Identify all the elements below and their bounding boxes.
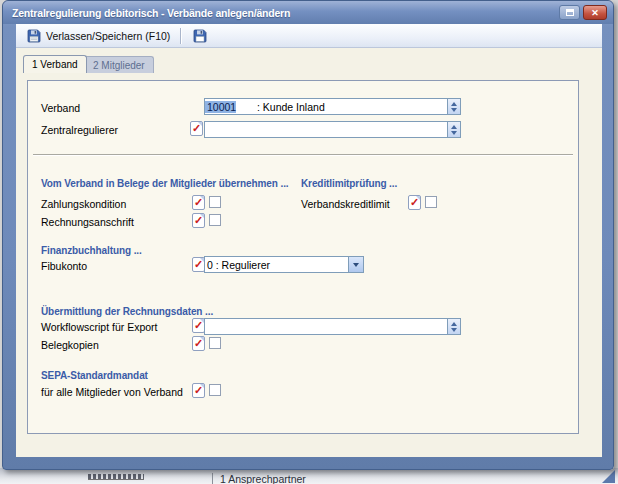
red-check-icon[interactable]: ✓ bbox=[192, 383, 205, 398]
sepa-alle-checkbox[interactable] bbox=[209, 384, 221, 396]
verband-value: 10001 bbox=[205, 101, 236, 113]
spin-down-icon bbox=[451, 131, 457, 135]
sepa-alle-label: für alle Mitglieder von Verband bbox=[41, 386, 183, 398]
spin-down-icon bbox=[451, 328, 457, 332]
spin-buttons[interactable] bbox=[447, 319, 460, 334]
background-window-tab[interactable]: 1 Ansprechpartner bbox=[212, 473, 306, 484]
spin-up-icon bbox=[451, 102, 457, 106]
rechnungsanschrift-label: Rechnungsanschrift bbox=[41, 216, 134, 228]
window-title: Zentralregulierung debitorisch - Verbänd… bbox=[12, 7, 290, 19]
save-icon bbox=[27, 29, 41, 43]
spin-buttons[interactable] bbox=[447, 99, 460, 114]
toolbar: Verlassen/Speichern (F10) bbox=[16, 24, 602, 48]
check-mark: ✓ bbox=[192, 122, 201, 135]
save-exit-button[interactable]: Verlassen/Speichern (F10) bbox=[21, 26, 176, 46]
dropdown-button[interactable] bbox=[348, 257, 363, 272]
check-mark: ✓ bbox=[410, 196, 419, 209]
separator bbox=[33, 154, 573, 156]
zentralregulierer-field[interactable] bbox=[204, 121, 461, 138]
background-window: 1 Ansprechpartner bbox=[0, 468, 618, 484]
background-window-text bbox=[88, 474, 144, 480]
restore-button[interactable] bbox=[559, 5, 580, 20]
check-mark: ✓ bbox=[194, 196, 203, 209]
belegkopien-checkbox[interactable] bbox=[209, 337, 221, 349]
section-sepa: SEPA-Standardmandat bbox=[41, 370, 148, 381]
zahlungskondition-checkbox[interactable] bbox=[209, 196, 221, 208]
tab-mitglieder[interactable]: 2 Mitglieder bbox=[84, 56, 154, 73]
check-mark: ✓ bbox=[194, 337, 203, 350]
verbandskreditlimit-checkbox[interactable] bbox=[425, 196, 437, 208]
spin-down-icon bbox=[451, 108, 457, 112]
red-check-icon[interactable]: ✓ bbox=[192, 213, 205, 228]
check-mark: ✓ bbox=[194, 258, 203, 271]
chevron-down-icon bbox=[353, 263, 359, 267]
spin-up-icon bbox=[451, 125, 457, 129]
resize-grip-icon[interactable] bbox=[602, 470, 615, 483]
close-button[interactable]: ✕ bbox=[583, 5, 607, 20]
verband-description: : Kunde Inland bbox=[257, 101, 325, 113]
check-mark: ✓ bbox=[194, 214, 203, 227]
save-exit-label: Verlassen/Speichern (F10) bbox=[46, 30, 170, 42]
zahlungskondition-label: Zahlungskondition bbox=[41, 198, 126, 210]
section-kreditlimit: Kreditlimitprüfung ... bbox=[301, 178, 397, 189]
workflowscript-label: Workflowscript für Export bbox=[41, 321, 158, 333]
close-icon: ✕ bbox=[591, 8, 599, 18]
spin-buttons[interactable] bbox=[447, 122, 460, 137]
toolbar-separator bbox=[180, 28, 181, 44]
red-check-icon[interactable]: ✓ bbox=[190, 121, 203, 136]
titlebar[interactable]: Zentralregulierung debitorisch - Verbänd… bbox=[3, 1, 613, 24]
fibukonto-dropdown[interactable]: 0 : Regulierer bbox=[204, 256, 364, 273]
check-mark: ✓ bbox=[194, 384, 203, 397]
tab-verband[interactable]: 1 Verband bbox=[23, 55, 87, 73]
workflowscript-field[interactable] bbox=[204, 318, 461, 335]
screen: 1 Ansprechpartner Zentralregulierung deb… bbox=[0, 0, 618, 484]
section-uebermittlung: Übermittlung der Rechnungsdaten ... bbox=[41, 306, 213, 317]
rechnungsanschrift-checkbox[interactable] bbox=[209, 214, 221, 226]
zentralregulierer-label: Zentralregulierer bbox=[41, 124, 118, 136]
restore-icon bbox=[566, 9, 574, 16]
fibukonto-value: 0 : Regulierer bbox=[205, 259, 270, 271]
check-mark: ✓ bbox=[194, 319, 203, 332]
fibukonto-label: Fibukonto bbox=[41, 260, 87, 272]
verband-label: Verband bbox=[41, 102, 80, 114]
belegkopien-label: Belegkopien bbox=[41, 339, 99, 351]
section-uebernehmen: Vom Verband in Belege der Mitglieder übe… bbox=[41, 178, 289, 189]
verband-field[interactable]: 10001 : Kunde Inland bbox=[204, 98, 461, 115]
tab-page: 1 Verband 2 Mitglieder Verband 10001 : K… bbox=[16, 48, 602, 457]
red-check-icon[interactable]: ✓ bbox=[192, 336, 205, 351]
verbandskreditlimit-label: Verbandskreditlimit bbox=[301, 198, 390, 210]
dialog-window: Zentralregulierung debitorisch - Verbänd… bbox=[2, 0, 614, 470]
spin-up-icon bbox=[451, 322, 457, 326]
section-finanzbuchhaltung: Finanzbuchhaltung ... bbox=[41, 245, 142, 256]
red-check-icon[interactable]: ✓ bbox=[408, 195, 421, 210]
red-check-icon[interactable]: ✓ bbox=[192, 195, 205, 210]
save-button[interactable] bbox=[187, 26, 213, 46]
save-icon bbox=[193, 29, 207, 43]
